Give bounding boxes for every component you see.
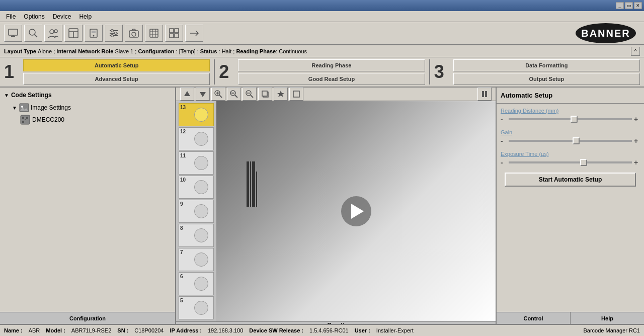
exposure-time-slider[interactable] [509,161,632,163]
close-button[interactable]: ✕ [634,2,642,9]
title-bar-controls: _ ▭ ✕ [616,2,642,9]
svg-marker-38 [200,92,206,97]
film-frame-6[interactable]: 6 [179,272,214,295]
banner-logo: BANNER [576,23,636,43]
barcode-manager-label: Barcode Manager RC1 [583,327,640,333]
users-icon[interactable] [44,25,62,42]
video-display[interactable] [216,101,496,321]
banner-text: BANNER [581,28,630,39]
reading-phase-button[interactable]: Reading Phase [238,59,425,71]
step-1-number: 1 [4,61,19,82]
minimize-button[interactable]: _ [616,2,624,9]
right-panel-content: Reading Distance (mm) - + Gain - [497,104,644,312]
svg-point-31 [21,106,23,108]
svg-point-20 [132,32,136,36]
menu-options[interactable]: Options [20,12,48,21]
down-arrow-button[interactable] [196,88,210,101]
step-3-buttons: Data Formatting Output Setup [453,59,640,85]
pause-button[interactable] [477,88,492,101]
frame-icon[interactable] [145,25,163,42]
code-settings-tree: ▼ Code Settings ▼ Image Settings DMECC20… [4,92,171,126]
svg-rect-52 [293,91,299,97]
content-area: ▼ Code Settings ▼ Image Settings DMECC20… [0,88,644,324]
reading-distance-slider[interactable] [509,118,632,120]
name-value: ABR [29,327,40,333]
sw-label: Device SW Release : [249,327,303,333]
help-tab[interactable]: Help [571,312,644,324]
svg-rect-36 [25,119,26,120]
play-button[interactable] [341,196,371,226]
step-3-number: 3 [434,61,449,82]
layout-icon[interactable] [64,25,83,42]
up-arrow-button[interactable] [180,88,194,101]
zoom-fit-button[interactable] [227,88,241,101]
config-icon[interactable] [105,25,123,42]
dmecc200-item[interactable]: DMECC200 [4,114,171,126]
exposure-plus[interactable]: + [634,158,640,166]
svg-rect-53 [482,91,484,97]
layout-type-label: Layout Type [4,48,36,54]
image-settings-icon [19,103,29,113]
film-frame-5[interactable]: 5 [179,296,214,319]
control-tab[interactable]: Control [497,312,571,324]
restore-button[interactable]: ▭ [625,2,633,9]
menu-help[interactable]: Help [75,12,96,21]
automatic-setup-button[interactable]: Automatic Setup [23,59,210,71]
gain-minus[interactable]: - [501,137,507,145]
config-value: [Temp] [179,48,196,54]
exposure-time-control: Exposure Time (µs) - + [501,151,640,166]
tree-toggle[interactable]: ▼ [4,93,9,98]
data-formatting-button[interactable]: Data Formatting [453,59,640,71]
image-settings-toggle[interactable]: ▼ [12,105,17,111]
film-frame-11[interactable]: 11 [179,151,214,175]
image-settings-label: Image Settings [31,104,71,111]
config-label: Configuration [138,48,174,54]
svg-rect-50 [262,91,267,96]
status-value: Halt [222,48,232,54]
gain-slider[interactable] [509,140,632,142]
video-area: 13 12 11 10 [176,101,496,321]
sn-value: C18P00204 [134,327,164,333]
gain-label[interactable]: Gain [501,129,640,135]
film-frame-7[interactable]: 7 [179,248,214,271]
image-settings-item[interactable]: ▼ Image Settings [4,102,171,114]
adjust-button[interactable] [274,88,288,101]
search-icon[interactable] [24,25,42,42]
svg-rect-11 [92,31,96,33]
advanced-setup-button[interactable]: Advanced Setup [23,73,210,85]
menu-file[interactable]: File [2,12,20,21]
gain-plus[interactable]: + [634,137,640,145]
menu-device[interactable]: Device [49,12,75,21]
svg-point-6 [54,30,57,33]
wizard-divider-1 [214,59,215,85]
start-automatic-setup-button[interactable]: Start Automatic Setup [505,173,636,187]
collapse-button[interactable]: ^ [631,47,640,56]
status-label: Status [200,48,217,54]
zoom-out-button[interactable] [243,88,257,101]
target-icon[interactable] [165,25,183,42]
reading-distance-plus[interactable]: + [634,115,640,123]
exposure-minus[interactable]: - [501,158,507,166]
exposure-time-label[interactable]: Exposure Time (µs) [501,151,640,157]
device-icon[interactable] [85,25,103,42]
ip-value: 192.168.3.100 [208,327,243,333]
user-label: User : [355,327,370,333]
monitor-icon[interactable] [4,25,22,42]
output-setup-button[interactable]: Output Setup [453,73,640,85]
reading-distance-minus[interactable]: - [501,115,507,123]
connect-icon[interactable] [185,25,203,42]
film-frame-9[interactable]: 9 [179,200,214,223]
svg-rect-26 [170,29,174,33]
film-frame-12[interactable]: 12 [179,127,214,150]
camera-icon[interactable] [125,25,143,42]
film-frame-8[interactable]: 8 [179,224,214,247]
reading-distance-label[interactable]: Reading Distance (mm) [501,108,640,114]
film-frame-13[interactable]: 13 [179,103,214,126]
crop-button[interactable] [289,88,303,101]
zoom-in-button[interactable] [211,88,225,101]
copy-button[interactable] [258,88,272,101]
film-frame-10[interactable]: 10 [179,176,214,199]
svg-rect-34 [26,117,28,119]
user-value: Installer-Expert [376,327,414,333]
good-read-setup-button[interactable]: Good Read Setup [238,73,425,85]
